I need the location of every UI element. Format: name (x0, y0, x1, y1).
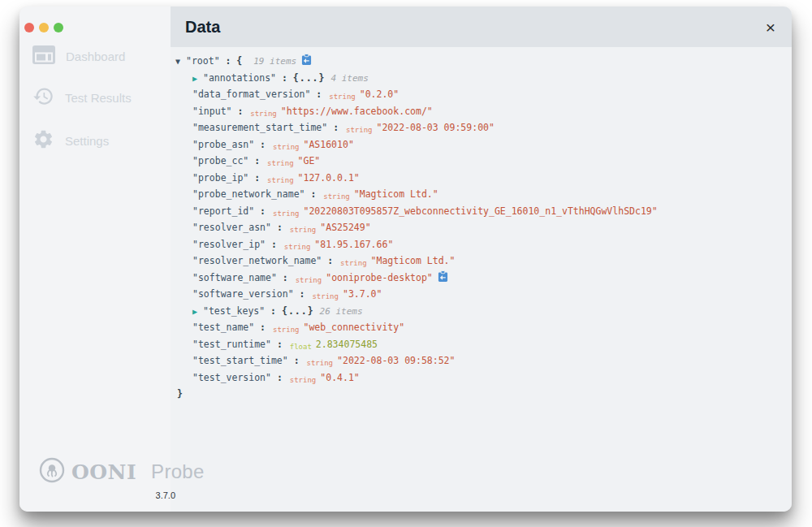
json-row: input : stringhttps://www.facebook.com/ (175, 103, 784, 120)
page-title: Data (185, 18, 220, 37)
ooni-branding: OONI Probe 3.7.0 (39, 457, 179, 500)
type-label: string (296, 276, 322, 284)
sidebar-nav: Dashboard Test Results Settings (32, 45, 164, 153)
close-window-button[interactable] (24, 23, 34, 32)
json-value: 81.95.167.66 (314, 239, 393, 250)
json-value: web_connectivity (303, 322, 404, 333)
json-row: probe_cc : stringGE (175, 153, 784, 170)
json-value: 127.0.0.1 (298, 172, 360, 184)
data-header: Data × (171, 6, 792, 47)
items-count: 19 items (253, 56, 296, 67)
items-count: 26 items (320, 306, 363, 317)
json-value: 0.2.0 (360, 89, 400, 100)
app-window: Dashboard Test Results Settings (19, 6, 792, 512)
json-row: test_runtime : float2.834075485 (175, 336, 784, 353)
app-version: 3.7.0 (39, 490, 179, 500)
brand-product: Probe (151, 460, 205, 483)
type-label: string (312, 292, 339, 300)
json-row: ▶test_keys : {...}26 items (175, 303, 784, 320)
json-closing-brace: } (175, 386, 784, 403)
type-label: string (267, 176, 294, 184)
json-row: measurement_start_time : string2022-08-0… (175, 119, 784, 136)
sidebar-item-settings[interactable]: Settings (32, 128, 164, 153)
json-row: probe_ip : string127.0.0.1 (175, 170, 784, 187)
json-value: AS16010 (303, 139, 353, 150)
json-row: resolver_network_name : stringMagticom L… (175, 253, 784, 270)
json-row: resolver_ip : string81.95.167.66 (175, 236, 784, 253)
type-label: string (273, 326, 300, 334)
type-label: string (329, 93, 356, 101)
type-label: string (290, 226, 317, 234)
type-label: string (290, 376, 317, 384)
type-label: float (290, 343, 312, 351)
json-value: 2022-08-03 09:59:00 (377, 122, 495, 133)
json-row: test_name : stringweb_connectivity (175, 319, 784, 336)
json-row: software_name : stringooniprobe-desktop (175, 270, 784, 287)
json-value: 20220803T095857Z_webconnectivity_GE_1601… (303, 205, 657, 217)
expand-icon[interactable]: ▶ (192, 71, 203, 88)
type-label: string (307, 359, 334, 367)
json-row: software_version : string3.7.0 (175, 286, 784, 303)
type-label: string (273, 143, 300, 151)
json-row: ▶annotations : {...}4 items (175, 70, 784, 87)
type-label: string (323, 192, 350, 201)
json-row: test_start_time : string2022-08-03 09:58… (175, 352, 784, 369)
json-value: GE (298, 155, 321, 166)
type-label: string (267, 159, 294, 167)
json-value: 0.4.1 (320, 372, 360, 383)
type-label: string (250, 110, 277, 118)
ooni-logo-icon (39, 457, 65, 486)
json-value: AS25249 (320, 222, 370, 233)
copy-icon[interactable] (438, 270, 448, 288)
type-label: string (284, 243, 311, 251)
zoom-window-button[interactable] (54, 23, 63, 32)
sidebar-item-label: Settings (65, 134, 109, 148)
json-viewer: ▼root : { 19 items ▶annotations : {...}4… (171, 47, 792, 512)
sidebar-item-dashboard[interactable]: Dashboard (32, 45, 164, 67)
copy-icon[interactable] (301, 54, 312, 71)
dashboard-icon (32, 45, 55, 67)
json-row: report_id : string20220803T095857Z_webco… (175, 203, 784, 220)
json-value: ooniprobe-desktop (326, 272, 433, 283)
type-label: string (340, 259, 367, 267)
json-value: 2022-08-03 09:58:52 (337, 355, 455, 366)
items-count: 4 items (330, 73, 368, 84)
gear-icon (32, 128, 54, 153)
type-label: string (346, 126, 373, 134)
window-controls (24, 23, 63, 32)
json-value: Magticom Ltd. (354, 188, 438, 200)
json-value: https://www.facebook.com/ (281, 106, 433, 117)
brand-name: OONI (71, 460, 136, 484)
sidebar: Dashboard Test Results Settings (19, 6, 171, 512)
close-icon[interactable]: × (766, 19, 775, 36)
json-row: test_version : string0.4.1 (175, 369, 784, 387)
json-row: probe_network_name : stringMagticom Ltd. (175, 186, 784, 203)
sidebar-item-test-results[interactable]: Test Results (32, 85, 164, 110)
expand-icon[interactable]: ▶ (192, 304, 203, 321)
type-label: string (273, 210, 300, 218)
json-value: Magticom Ltd. (371, 255, 456, 266)
minimize-window-button[interactable] (39, 23, 49, 32)
json-row: probe_asn : stringAS16010 (175, 136, 784, 153)
json-value: 2.834075485 (316, 339, 378, 350)
main-panel: Data × ▼root : { 19 items ▶annotations :… (171, 6, 792, 512)
sidebar-item-label: Dashboard (66, 50, 125, 63)
json-row: data_format_version : string0.2.0 (175, 86, 784, 103)
json-root-row: ▼root : { 19 items (175, 53, 784, 70)
sidebar-item-label: Test Results (65, 91, 132, 105)
json-key: root (186, 55, 220, 67)
json-value: 3.7.0 (343, 288, 382, 300)
history-icon (32, 85, 54, 110)
json-row: resolver_asn : stringAS25249 (175, 219, 784, 236)
collapse-icon[interactable]: ▼ (175, 54, 186, 71)
